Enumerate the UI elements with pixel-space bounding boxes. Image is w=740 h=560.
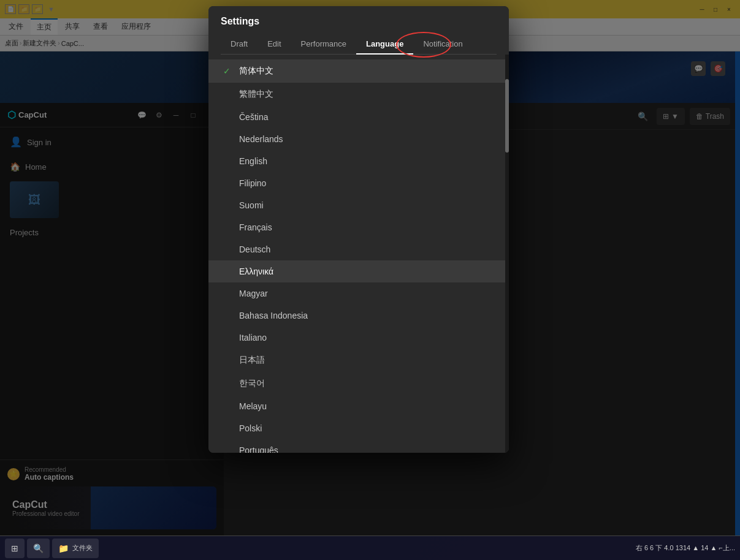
lang-item-zh-hans[interactable]: ✓ 简体中文 bbox=[208, 59, 505, 83]
lang-checkmark-zh-hans: ✓ bbox=[223, 66, 233, 76]
lang-item-en[interactable]: English bbox=[208, 150, 505, 172]
lang-name-it: Italiano bbox=[239, 333, 267, 342]
lang-name-ja: 日本語 bbox=[239, 355, 265, 366]
lang-name-pt: Português bbox=[239, 445, 278, 453]
lang-name-fi: Suomi bbox=[239, 200, 264, 210]
lang-item-fi[interactable]: Suomi bbox=[208, 194, 505, 216]
win-taskbar: ⊞ 🔍 📁 文件夹 右 6 6 下 4.0 1314 ▲ 14 ▲ ⌐上... bbox=[0, 535, 740, 560]
taskbar-explorer-label: 文件夹 bbox=[72, 543, 93, 553]
lang-item-ko[interactable]: 한국어 bbox=[208, 372, 505, 395]
settings-title: Settings bbox=[221, 16, 497, 27]
lang-name-ko: 한국어 bbox=[239, 378, 265, 389]
lang-item-hu[interactable]: Magyar bbox=[208, 282, 505, 305]
taskbar-search[interactable]: 🔍 bbox=[27, 539, 50, 558]
lang-item-el[interactable]: Ελληνικά bbox=[208, 260, 505, 282]
lang-item-id[interactable]: Bahasa Indonesia bbox=[208, 305, 505, 327]
lang-item-de[interactable]: Deutsch bbox=[208, 238, 505, 260]
tab-notification[interactable]: Notification bbox=[413, 34, 472, 55]
lang-name-fr: Français bbox=[239, 222, 272, 232]
folder-taskbar-icon: 📁 bbox=[58, 543, 69, 553]
lang-name-de: Deutsch bbox=[239, 244, 270, 254]
lang-item-fr[interactable]: Français bbox=[208, 216, 505, 238]
tab-draft[interactable]: Draft bbox=[221, 34, 257, 55]
lang-name-zh-hans: 简体中文 bbox=[239, 66, 273, 77]
lang-item-nl[interactable]: Nederlands bbox=[208, 128, 505, 150]
taskbar-start[interactable]: ⊞ bbox=[5, 539, 25, 558]
scrollbar-track bbox=[505, 55, 509, 453]
settings-modal: Settings Draft Edit Performance Language… bbox=[208, 6, 509, 453]
tab-performance[interactable]: Performance bbox=[291, 34, 356, 55]
lang-name-pl: Polski bbox=[239, 423, 262, 433]
settings-overlay: Settings Draft Edit Performance Language… bbox=[0, 0, 740, 560]
settings-tabs: Draft Edit Performance Language Notifica… bbox=[221, 34, 497, 55]
settings-body: ✓ 简体中文 繁體中文 Čeština Nederlands bbox=[208, 55, 509, 453]
taskbar-file-explorer[interactable]: 📁 文件夹 bbox=[52, 539, 99, 558]
taskbar-datetime: 右 6 6 下 4.0 1314 ▲ 14 ▲ ⌐上... bbox=[636, 543, 735, 553]
lang-item-it[interactable]: Italiano bbox=[208, 327, 505, 349]
lang-item-fil[interactable]: Filipino bbox=[208, 172, 505, 194]
lang-name-el: Ελληνικά bbox=[239, 267, 273, 276]
tab-language[interactable]: Language bbox=[356, 34, 413, 55]
language-list: ✓ 简体中文 繁體中文 Čeština Nederlands bbox=[208, 55, 505, 453]
tab-edit[interactable]: Edit bbox=[257, 34, 291, 55]
lang-name-zh-hant: 繁體中文 bbox=[239, 89, 273, 100]
settings-header: Settings Draft Edit Performance Language… bbox=[208, 6, 509, 55]
lang-name-cs: Čeština bbox=[239, 112, 268, 122]
lang-name-nl: Nederlands bbox=[239, 134, 283, 144]
lang-name-id: Bahasa Indonesia bbox=[239, 311, 308, 320]
search-taskbar-icon: 🔍 bbox=[33, 543, 44, 553]
start-icon: ⊞ bbox=[11, 543, 18, 553]
lang-item-pl[interactable]: Polski bbox=[208, 417, 505, 439]
lang-name-ms: Melayu bbox=[239, 401, 267, 411]
lang-item-zh-hant[interactable]: 繁體中文 bbox=[208, 83, 505, 106]
lang-name-hu: Magyar bbox=[239, 289, 268, 298]
lang-item-pt[interactable]: Português bbox=[208, 439, 505, 453]
lang-item-cs[interactable]: Čeština bbox=[208, 106, 505, 128]
lang-name-fil: Filipino bbox=[239, 178, 266, 188]
lang-item-ja[interactable]: 日本語 bbox=[208, 349, 505, 372]
lang-item-ms[interactable]: Melayu bbox=[208, 395, 505, 417]
taskbar-right: 右 6 6 下 4.0 1314 ▲ 14 ▲ ⌐上... bbox=[636, 543, 735, 553]
lang-name-en: English bbox=[239, 156, 267, 166]
scrollbar-thumb[interactable] bbox=[505, 79, 509, 153]
